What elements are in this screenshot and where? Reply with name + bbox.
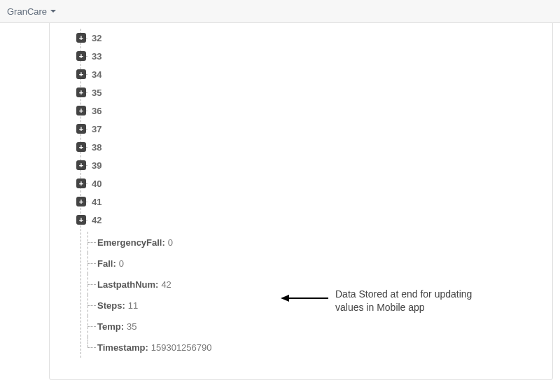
- leaf-value: 0: [119, 258, 124, 269]
- node-label: 36: [92, 106, 102, 116]
- node-label: 40: [92, 178, 102, 189]
- plus-icon[interactable]: +: [76, 106, 86, 115]
- annotation-line1: Data Stored at end for updating: [335, 288, 472, 300]
- tree-node[interactable]: + 35: [76, 83, 552, 102]
- tree-node[interactable]: + 38: [76, 138, 552, 156]
- tree-node[interactable]: + 40: [76, 174, 552, 192]
- tree-node[interactable]: + 42: [76, 211, 552, 229]
- plus-icon[interactable]: +: [76, 215, 86, 225]
- node-label: 33: [92, 51, 102, 62]
- leaf-key: Steps:: [97, 300, 125, 311]
- plus-icon[interactable]: +: [76, 88, 86, 97]
- tree-node[interactable]: + 39: [76, 156, 552, 174]
- leaf-key: Temp:: [97, 321, 124, 332]
- plus-icon[interactable]: +: [76, 142, 86, 152]
- database-tree-panel: + 32 + 33 + 34 + 35 + 36 + 37 + 38 + 39: [49, 23, 553, 380]
- node-label: 38: [92, 142, 102, 153]
- node-label: 35: [92, 88, 102, 98]
- tree-node[interactable]: + 33: [76, 47, 552, 65]
- annotation-text: Data Stored at end for updating values i…: [335, 288, 472, 314]
- tree-leaf[interactable]: EmergencyFall: 0: [83, 232, 552, 253]
- tree-node[interactable]: + 37: [76, 120, 552, 138]
- leaf-key: LastpathNum:: [97, 279, 158, 290]
- plus-icon[interactable]: +: [76, 33, 86, 43]
- app-name-label: GranCare: [7, 6, 47, 17]
- leaf-value: 0: [168, 237, 173, 248]
- plus-icon[interactable]: +: [76, 69, 86, 79]
- tree-leaf[interactable]: Temp: 35: [83, 316, 552, 337]
- tree-node[interactable]: + 36: [76, 102, 552, 120]
- plus-icon[interactable]: +: [76, 124, 86, 134]
- annotation: Data Stored at end for updating values i…: [281, 288, 472, 314]
- plus-icon[interactable]: +: [76, 178, 86, 188]
- plus-icon[interactable]: +: [76, 197, 86, 206]
- node-label: 34: [92, 69, 102, 80]
- arrow-left-icon: [281, 293, 330, 305]
- leaf-key: EmergencyFall:: [97, 237, 165, 248]
- chevron-down-icon: [50, 6, 57, 17]
- svg-marker-1: [281, 295, 289, 302]
- tree-leaf[interactable]: Fall: 0: [83, 253, 552, 274]
- node-label: 32: [92, 33, 102, 43]
- leaf-key: Fall:: [97, 258, 116, 269]
- plus-icon[interactable]: +: [76, 160, 86, 170]
- leaf-value: 42: [161, 279, 171, 290]
- node-label: 42: [92, 215, 102, 225]
- leaf-key: Timestamp:: [97, 342, 148, 353]
- tree-node[interactable]: + 41: [76, 192, 552, 211]
- app-switcher[interactable]: GranCare: [7, 6, 57, 17]
- leaf-value: 35: [127, 321, 136, 332]
- tree-node[interactable]: + 32: [76, 29, 552, 47]
- leaf-value: 159301256790: [151, 342, 212, 353]
- tree-leaf[interactable]: Timestamp: 159301256790: [83, 337, 552, 358]
- plus-icon[interactable]: +: [76, 51, 86, 61]
- leaf-value: 11: [128, 300, 138, 311]
- annotation-line2: values in Mobile app: [335, 302, 425, 313]
- node-label: 41: [92, 197, 102, 207]
- tree-node[interactable]: + 34: [76, 65, 552, 83]
- node-label: 37: [92, 124, 102, 134]
- node-label: 39: [92, 160, 102, 171]
- top-bar: GranCare: [0, 0, 560, 23]
